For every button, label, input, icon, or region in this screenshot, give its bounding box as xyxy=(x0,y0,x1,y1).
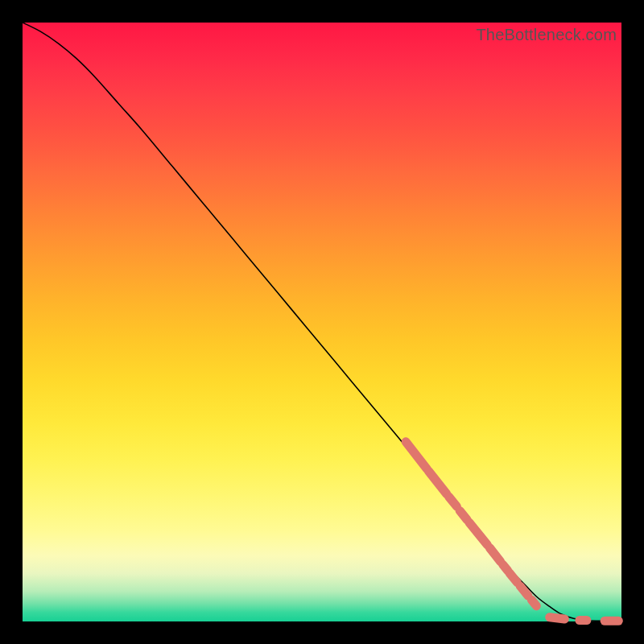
highlight-dash xyxy=(510,573,518,583)
highlight-dash xyxy=(531,600,536,605)
plot-area: TheBottleneck.com xyxy=(23,23,621,621)
highlight-dash xyxy=(520,586,528,596)
highlight-dash xyxy=(550,617,565,619)
highlight-dash xyxy=(449,497,457,506)
highlight-dash xyxy=(489,547,500,561)
highlight-dash xyxy=(406,442,427,469)
highlight-dash xyxy=(460,510,467,519)
highlight-dash-group xyxy=(406,442,618,621)
chart-stage: TheBottleneck.com xyxy=(0,0,644,644)
bottleneck-curve xyxy=(23,23,621,621)
highlight-dash xyxy=(469,522,487,545)
chart-svg xyxy=(23,23,621,621)
highlight-dash xyxy=(428,471,446,493)
